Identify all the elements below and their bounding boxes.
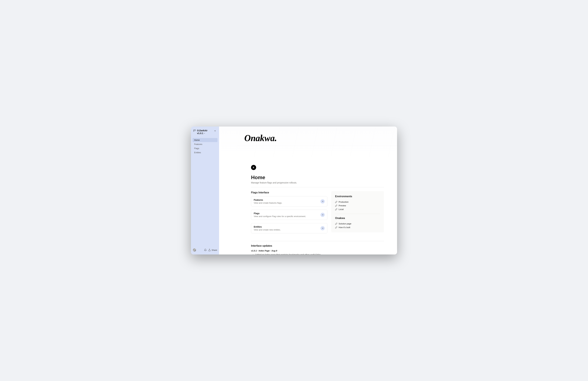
nav-item-entities[interactable]: Entities [192,151,217,155]
banner-logo: Onakwa. [244,133,277,143]
page-title: Home [251,175,384,180]
main-content: Onakwa. F Home Manage feature flags and … [219,127,397,254]
chevron-down-icon [204,133,205,134]
flag-icon [193,129,196,132]
onakwa-link-how-built[interactable]: How it's built [335,225,380,229]
info-box: Environments Production Preview Local [331,191,384,232]
chevrons-left-icon [214,130,216,132]
bell-icon[interactable] [204,249,207,251]
avatar[interactable] [193,248,196,252]
link-icon [335,223,337,225]
link-label: Production [338,201,349,203]
share-label: Share [211,249,217,251]
link-label: Preview [338,204,346,207]
card-desc: View and create new entities. [254,228,319,231]
link-icon [335,204,337,207]
share-button[interactable]: Share [208,249,217,251]
card-arrow-button[interactable] [320,226,325,230]
card-flags[interactable]: Flags View and configure Flag rules for … [251,210,327,220]
card-title: Entities [254,225,319,228]
update-version-line: v1.0.1 - Index Page - Aug 8 [251,249,384,252]
card-title: Features [254,199,319,201]
link-icon [335,201,337,203]
page-icon: F [251,165,256,170]
sidebar-nav: Home Features Flags Entities [192,138,217,155]
info-divider [335,214,380,214]
interface-updates-heading: Interface updates [251,245,384,247]
sidebar-footer: Share [192,247,217,253]
section-flags-interface-heading: Flags Interface [251,191,327,194]
divider [251,241,384,241]
link-label: Solution page [338,223,351,225]
divider [251,187,384,187]
card-title: Flags [254,212,319,215]
card-features[interactable]: Features View and create features flags. [251,196,327,206]
env-link-production[interactable]: Production [335,200,380,204]
share-icon [208,249,211,251]
sidebar: O.DarkAir v1.0.1 Home Features Flags Ent… [191,127,219,254]
card-desc: View and create features flags. [254,202,319,204]
link-label: How it's built [338,226,350,228]
collapse-sidebar-button[interactable] [213,129,217,133]
card-arrow-button[interactable] [320,213,325,217]
link-icon [335,208,337,210]
onakwa-link-solution[interactable]: Solution page [335,222,380,225]
card-desc: View and configure Flag rules for a spec… [254,215,319,218]
env-link-preview[interactable]: Preview [335,204,380,207]
update-bullet: Added an Index page that contains bookma… [255,253,384,254]
sidebar-header: O.DarkAir v1.0.1 [192,128,217,136]
environments-heading: Environments [335,195,380,198]
app-window: O.DarkAir v1.0.1 Home Features Flags Ent… [191,127,397,254]
link-label: Local [338,208,343,210]
content-wrap: F Home Manage feature flags and progress… [241,165,394,254]
arrow-right-icon [322,227,324,229]
env-link-local[interactable]: Local [335,207,380,211]
workspace-title: O.DarkAir [197,129,212,132]
nav-item-home[interactable]: Home [192,138,217,142]
arrow-right-icon [322,214,324,216]
arrow-right-icon [322,201,324,202]
onakwa-heading: Onakwa [335,217,380,220]
card-arrow-button[interactable] [320,199,325,203]
banner: Onakwa. [219,127,397,157]
card-entities[interactable]: Entities View and create new entities. [251,223,327,233]
nav-item-features[interactable]: Features [192,142,217,146]
version-label: v1.0.1 [197,132,203,134]
link-icon [335,226,337,228]
update-bullets: Added an Index page that contains bookma… [251,253,384,254]
workspace-version-selector[interactable]: v1.0.1 [197,132,212,134]
nav-item-flags[interactable]: Flags [192,146,217,150]
page-subtitle: Manage feature flags and progressive rol… [251,181,384,184]
